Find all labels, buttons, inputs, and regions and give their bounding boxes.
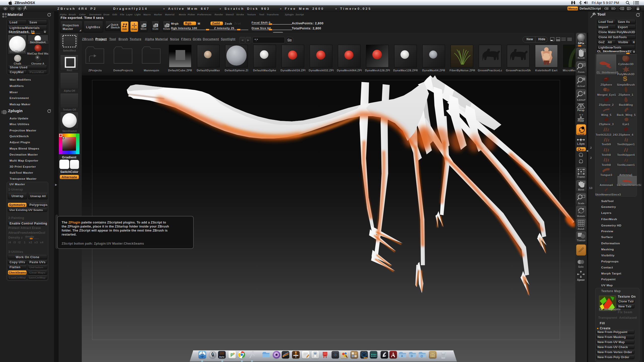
svg-text:Scale: Scale [578,202,585,204]
svg-text:Transp: Transp [577,239,585,241]
svg-text:Y: Y [582,114,583,116]
svg-text:Solo: Solo [578,265,584,268]
svg-text:Floor: Floor [578,119,584,122]
svg-text:P: P [230,353,233,358]
svg-text:AAHalf: AAHalf [577,99,585,101]
svg-text:L.Sym: L.Sym [577,143,585,145]
svg-text:D: D [411,354,413,357]
svg-text:Actual: Actual [577,85,585,87]
svg-text:y: y [582,155,583,157]
svg-text:@: @ [420,354,423,357]
svg-text:✳: ✳ [579,114,581,116]
svg-text:Zoom: Zoom [578,71,584,73]
svg-text:Persp: Persp [577,109,584,112]
svg-text:S: S [623,75,627,82]
svg-text:z: z [582,161,583,164]
svg-text:xyz: xyz [580,148,585,151]
svg-text:Scroll: Scroll [578,57,585,59]
svg-text:PolyF: PolyF [578,228,584,230]
svg-text:Frame: Frame [577,175,585,178]
svg-text:Xpose: Xpose [577,279,585,281]
svg-text:Move: Move [578,188,584,191]
svg-text:Rotate: Rotate [577,215,585,217]
svg-text:A: A [401,354,403,357]
svg-text:Local: Local [578,133,584,135]
